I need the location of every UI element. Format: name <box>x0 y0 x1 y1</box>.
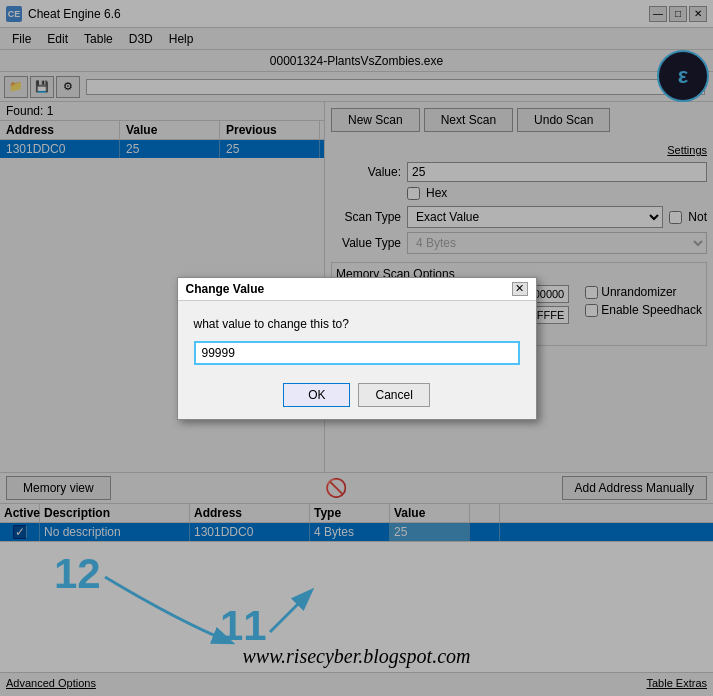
modal-body: what value to change this to? <box>178 301 536 373</box>
change-value-modal: Change Value ✕ what value to change this… <box>177 277 537 420</box>
modal-title-bar: Change Value ✕ <box>178 278 536 301</box>
modal-close-button[interactable]: ✕ <box>512 282 528 296</box>
modal-value-input[interactable] <box>194 341 520 365</box>
modal-title: Change Value <box>186 282 265 296</box>
modal-overlay: Change Value ✕ what value to change this… <box>0 0 713 696</box>
modal-cancel-button[interactable]: Cancel <box>358 383 429 407</box>
modal-buttons: OK Cancel <box>178 373 536 419</box>
modal-ok-button[interactable]: OK <box>283 383 350 407</box>
modal-question: what value to change this to? <box>194 317 520 331</box>
